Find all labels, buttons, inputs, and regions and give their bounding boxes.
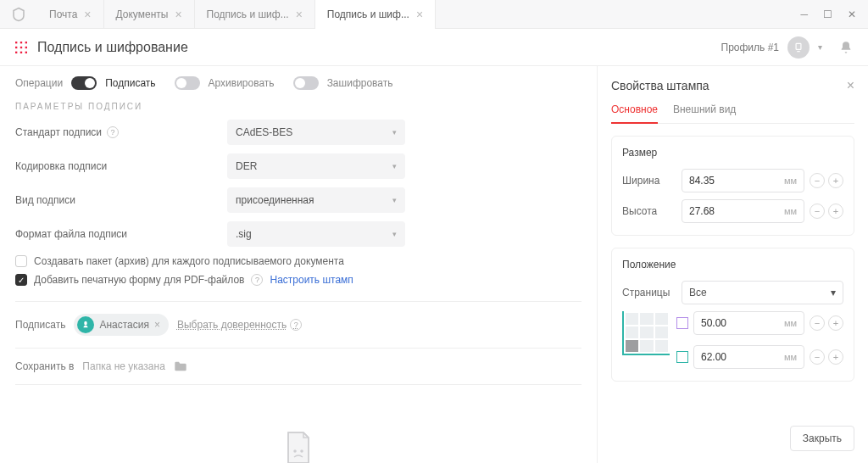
svg-rect-2: [25, 42, 27, 43]
pack-checkbox[interactable]: [15, 255, 27, 267]
maximize-icon[interactable]: ☐: [823, 8, 832, 20]
tab-label: Подпись и шиф...: [327, 8, 409, 20]
type-select[interactable]: присоединенная▾: [227, 187, 405, 213]
x-offset-input[interactable]: 50.00мм: [693, 311, 804, 335]
chevron-down-icon: ▾: [818, 42, 822, 52]
tab-mail[interactable]: Почта ×: [37, 0, 104, 29]
pages-label: Страницы: [622, 287, 676, 298]
folder-icon[interactable]: [174, 360, 187, 372]
save-label: Сохранить в: [15, 360, 74, 372]
configure-stamp-link[interactable]: Настроить штамп: [270, 274, 353, 286]
help-icon: ?: [290, 319, 302, 331]
format-label: Формат файла подписи: [15, 228, 127, 240]
decrement-button[interactable]: −: [810, 204, 825, 219]
bell-icon[interactable]: [839, 41, 853, 54]
svg-point-11: [301, 450, 303, 452]
close-icon[interactable]: ×: [296, 8, 303, 21]
height-input[interactable]: 27.68мм: [682, 199, 804, 223]
svg-rect-7: [20, 51, 22, 53]
select-value: .sig: [236, 228, 252, 240]
increment-button[interactable]: +: [828, 204, 843, 219]
panel-title: Свойства штампа: [611, 79, 709, 92]
increment-button[interactable]: +: [828, 349, 843, 365]
page-title: Подпись и шифрование: [37, 40, 188, 55]
position-title: Положение: [622, 259, 843, 271]
increment-button[interactable]: +: [828, 173, 843, 188]
close-icon[interactable]: ×: [175, 8, 181, 21]
close-button[interactable]: Закрыть: [790, 426, 854, 451]
decrement-button[interactable]: −: [810, 349, 825, 365]
signer-chip[interactable]: Анастасия ×: [74, 314, 169, 336]
chevron-down-icon: ▾: [392, 162, 397, 170]
position-card: Положение Страницы Все▾ 50.00мм −+: [611, 248, 854, 382]
tab-sign-2[interactable]: Подпись и шиф... ×: [315, 0, 436, 29]
archive-label: Архивировать: [209, 77, 275, 89]
svg-rect-1: [20, 42, 22, 43]
signer-name: Анастасия: [99, 319, 149, 331]
tab-label: Подпись и шиф...: [207, 8, 289, 20]
chevron-down-icon: ▾: [831, 287, 836, 298]
select-value: DER: [236, 160, 257, 172]
size-title: Размер: [622, 147, 843, 159]
increment-button[interactable]: +: [828, 315, 843, 331]
close-window-icon[interactable]: ✕: [848, 8, 856, 20]
tab-sign-1[interactable]: Подпись и шиф... ×: [195, 0, 315, 29]
chevron-down-icon: ▾: [392, 196, 397, 204]
close-icon[interactable]: ×: [84, 8, 91, 21]
size-card: Размер Ширина 84.35мм −+ Высота 27.68мм …: [611, 136, 854, 236]
decrement-button[interactable]: −: [810, 173, 825, 188]
stamp-panel: Свойства штампа × Основное Внешний вид Р…: [597, 66, 868, 463]
svg-point-10: [294, 450, 296, 452]
empty-state: [15, 427, 581, 463]
close-icon[interactable]: ×: [416, 8, 423, 21]
select-value: присоединенная: [236, 194, 314, 206]
svg-rect-6: [15, 51, 17, 53]
type-label: Вид подписи: [15, 194, 75, 206]
tab-main[interactable]: Основное: [611, 103, 658, 124]
apps-grid-icon[interactable]: [15, 42, 27, 53]
tab-label: Почта: [49, 8, 77, 20]
toggle-archive[interactable]: [175, 76, 200, 90]
page-header: Подпись и шифрование Профиль #1 ▾: [0, 29, 868, 66]
chevron-down-icon: ▾: [392, 128, 397, 137]
width-input[interactable]: 84.35мм: [682, 169, 804, 192]
standard-select[interactable]: CAdES-BES▾: [227, 120, 405, 145]
toggle-sign[interactable]: [71, 76, 97, 90]
height-label: Высота: [622, 205, 676, 217]
format-select[interactable]: .sig▾: [227, 221, 405, 247]
encrypt-label: Зашифровать: [327, 77, 393, 89]
user-cert-icon: [77, 316, 94, 333]
select-attorney-link[interactable]: Выбрать доверенность ?: [177, 319, 302, 331]
close-panel-icon[interactable]: ×: [847, 78, 854, 93]
chevron-down-icon: ▾: [392, 230, 397, 238]
help-icon[interactable]: ?: [251, 274, 263, 286]
y-offset-input[interactable]: 62.00мм: [693, 345, 804, 369]
operations-row: Операции Подписать Архивировать Зашифров…: [15, 76, 581, 90]
decrement-button[interactable]: −: [810, 315, 825, 331]
minimize-icon[interactable]: ─: [800, 8, 808, 20]
encoding-label: Кодировка подписи: [15, 160, 107, 172]
svg-rect-9: [796, 43, 801, 49]
toggle-encrypt[interactable]: [293, 76, 319, 90]
app-logo-icon: [0, 7, 37, 22]
profile-menu[interactable]: Профиль #1 ▾: [721, 36, 853, 59]
svg-rect-0: [15, 42, 17, 43]
help-icon[interactable]: ?: [107, 126, 119, 138]
profile-label: Профиль #1: [721, 42, 779, 53]
y-axis-icon: [676, 351, 688, 363]
anchor-grid[interactable]: [622, 311, 670, 355]
svg-rect-5: [25, 46, 27, 47]
remove-icon[interactable]: ×: [154, 319, 160, 331]
print-label: Добавить печатную форму для PDF-файлов: [34, 274, 244, 286]
window-controls: ─ ☐ ✕: [800, 8, 868, 20]
tab-documents[interactable]: Документы ×: [104, 0, 195, 29]
standard-label: Стандарт подписи: [15, 126, 102, 138]
select-value: CAdES-BES: [236, 126, 292, 138]
tab-label: Документы: [116, 8, 169, 20]
operations-label: Операции: [15, 77, 63, 89]
encoding-select[interactable]: DER▾: [227, 153, 405, 179]
pages-select[interactable]: Все▾: [682, 281, 843, 304]
print-checkbox[interactable]: ✓: [15, 274, 27, 286]
width-label: Ширина: [622, 175, 676, 187]
tab-appearance[interactable]: Внешний вид: [673, 103, 736, 123]
